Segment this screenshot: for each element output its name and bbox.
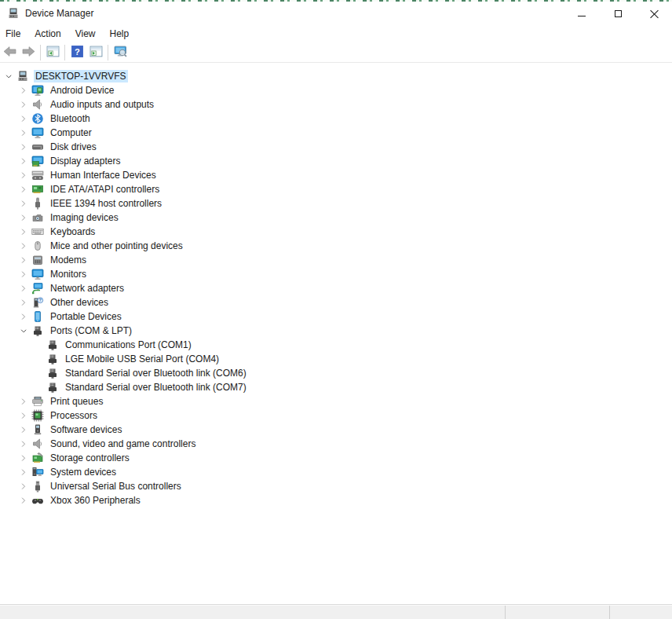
tree-item[interactable]: Android Device bbox=[0, 83, 672, 97]
tree-item-label[interactable]: Monitors bbox=[49, 268, 88, 280]
close-button[interactable] bbox=[636, 2, 672, 25]
tree-item[interactable]: Human Interface Devices bbox=[0, 168, 672, 182]
tree-item[interactable]: Disk drives bbox=[0, 140, 672, 154]
chevron-right-icon[interactable] bbox=[18, 99, 29, 110]
tree-item-label[interactable]: Bluetooth bbox=[49, 112, 92, 125]
tree-item-label[interactable]: Human Interface Devices bbox=[49, 169, 158, 181]
tree-item[interactable]: Processors bbox=[0, 408, 672, 423]
menu-item-action[interactable]: Action bbox=[27, 26, 68, 42]
chevron-right-icon[interactable] bbox=[18, 170, 29, 181]
tree-item[interactable]: Standard Serial over Bluetooth link (COM… bbox=[0, 380, 672, 394]
chevron-right-icon[interactable] bbox=[18, 269, 29, 280]
tree-item-label[interactable]: Software devices bbox=[49, 423, 123, 436]
tree-item-label[interactable]: Modems bbox=[49, 254, 88, 266]
scan-hardware-button[interactable] bbox=[111, 44, 130, 61]
forward-button[interactable] bbox=[19, 44, 38, 61]
tree-item-label[interactable]: Universal Serial Bus controllers bbox=[49, 480, 183, 493]
tree-item[interactable]: Print queues bbox=[0, 394, 672, 408]
chevron-right-icon[interactable] bbox=[18, 452, 29, 463]
tree-item-label[interactable]: Other devices bbox=[49, 296, 110, 309]
tree-item-label[interactable]: Display adapters bbox=[49, 155, 122, 167]
chevron-right-icon[interactable] bbox=[18, 424, 29, 435]
tree-item[interactable]: IDE ATA/ATAPI controllers bbox=[0, 182, 672, 196]
tree-item[interactable]: LGE Mobile USB Serial Port (COM4) bbox=[0, 352, 672, 366]
tree-item[interactable]: Audio inputs and outputs bbox=[0, 97, 672, 112]
tree-item[interactable]: Mice and other pointing devices bbox=[0, 239, 672, 253]
tree-item-label[interactable]: Computer bbox=[49, 126, 93, 139]
tree-item-label[interactable]: DESKTOP-1VVRVFS bbox=[34, 70, 128, 82]
tree-item-label[interactable]: Disk drives bbox=[49, 141, 98, 153]
tree-item-label[interactable]: IDE ATA/ATAPI controllers bbox=[49, 183, 161, 196]
tree-item-label[interactable]: Android Device bbox=[49, 84, 115, 97]
tree-item-label[interactable]: Xbox 360 Peripherals bbox=[49, 494, 142, 507]
tree-item[interactable]: Universal Serial Bus controllers bbox=[0, 479, 672, 493]
back-button[interactable] bbox=[0, 44, 19, 61]
tree-item[interactable]: DESKTOP-1VVRVFS bbox=[0, 69, 672, 83]
help-button[interactable]: ? bbox=[68, 44, 86, 61]
tree-item[interactable]: Imaging devices bbox=[0, 211, 672, 225]
tree-item[interactable]: Computer bbox=[0, 126, 672, 140]
tree-item[interactable]: Monitors bbox=[0, 267, 672, 281]
chevron-down-icon[interactable] bbox=[3, 71, 14, 82]
tree-item-label[interactable]: Print queues bbox=[49, 395, 104, 408]
tree-item[interactable]: Modems bbox=[0, 253, 672, 267]
tree-item-label[interactable]: Standard Serial over Bluetooth link (COM… bbox=[64, 367, 248, 379]
tree-item[interactable]: Keyboards bbox=[0, 225, 672, 239]
menu-item-help[interactable]: Help bbox=[103, 26, 137, 42]
chevron-right-icon[interactable] bbox=[18, 212, 29, 223]
console-tree-button[interactable] bbox=[43, 44, 62, 61]
chevron-right-icon[interactable] bbox=[18, 240, 29, 251]
tree-item[interactable]: Ports (COM & LPT) bbox=[0, 324, 672, 338]
tree-item[interactable]: ?Other devices bbox=[0, 295, 672, 310]
tree-item[interactable]: Bluetooth bbox=[0, 112, 672, 126]
tree-item-label[interactable]: Keyboards bbox=[49, 225, 97, 238]
tree-item[interactable]: Display adapters bbox=[0, 154, 672, 168]
menu-item-view[interactable]: View bbox=[68, 26, 103, 42]
chevron-right-icon[interactable] bbox=[18, 156, 29, 167]
tree-item-label[interactable]: System devices bbox=[49, 466, 118, 478]
tree-item[interactable]: Sound, video and game controllers bbox=[0, 437, 672, 451]
tree-item[interactable]: System devices bbox=[0, 465, 672, 479]
tree-item[interactable]: Portable Devices bbox=[0, 310, 672, 324]
action-pane-button[interactable] bbox=[86, 44, 105, 61]
tree-item[interactable]: Network adapters bbox=[0, 281, 672, 295]
tree-item-label[interactable]: Audio inputs and outputs bbox=[49, 98, 155, 111]
tree-item-label[interactable]: Processors bbox=[49, 409, 99, 422]
tree-item-label[interactable]: Communications Port (COM1) bbox=[64, 339, 193, 351]
chevron-right-icon[interactable] bbox=[18, 438, 29, 449]
tree-item-label[interactable]: LGE Mobile USB Serial Port (COM4) bbox=[64, 353, 221, 365]
chevron-right-icon[interactable] bbox=[18, 467, 29, 478]
chevron-right-icon[interactable] bbox=[18, 396, 29, 407]
chevron-right-icon[interactable] bbox=[18, 481, 29, 492]
tree-item-label[interactable]: Portable Devices bbox=[49, 310, 123, 323]
tree-item[interactable]: Standard Serial over Bluetooth link (COM… bbox=[0, 366, 672, 380]
tree-item[interactable]: Communications Port (COM1) bbox=[0, 338, 672, 352]
tree-item[interactable]: Xbox 360 Peripherals bbox=[0, 493, 672, 507]
tree-item[interactable]: IEEE 1394 host controllers bbox=[0, 196, 672, 211]
tree-item-label[interactable]: Standard Serial over Bluetooth link (COM… bbox=[64, 381, 248, 394]
tree-item-label[interactable]: IEEE 1394 host controllers bbox=[49, 197, 163, 210]
menu-item-file[interactable]: File bbox=[0, 26, 27, 42]
chevron-down-icon[interactable] bbox=[18, 325, 29, 336]
tree-item-label[interactable]: Storage controllers bbox=[49, 452, 131, 464]
chevron-right-icon[interactable] bbox=[18, 113, 29, 124]
tree-item[interactable]: Storage controllers bbox=[0, 451, 672, 465]
tree-item-label[interactable]: Ports (COM & LPT) bbox=[49, 324, 133, 337]
minimize-button[interactable] bbox=[564, 2, 600, 25]
chevron-right-icon[interactable] bbox=[18, 283, 29, 294]
maximize-button[interactable] bbox=[600, 2, 636, 25]
chevron-right-icon[interactable] bbox=[18, 297, 29, 308]
chevron-right-icon[interactable] bbox=[18, 255, 29, 266]
tree-item-label[interactable]: Sound, video and game controllers bbox=[49, 438, 197, 450]
chevron-right-icon[interactable] bbox=[18, 184, 29, 195]
chevron-right-icon[interactable] bbox=[18, 226, 29, 237]
tree-item-label[interactable]: Network adapters bbox=[49, 282, 126, 295]
chevron-right-icon[interactable] bbox=[18, 410, 29, 421]
chevron-right-icon[interactable] bbox=[18, 85, 29, 96]
chevron-right-icon[interactable] bbox=[18, 311, 29, 322]
chevron-right-icon[interactable] bbox=[18, 198, 29, 209]
chevron-right-icon[interactable] bbox=[18, 127, 29, 138]
chevron-right-icon[interactable] bbox=[18, 141, 29, 152]
tree-item-label[interactable]: Mice and other pointing devices bbox=[49, 240, 184, 252]
chevron-right-icon[interactable] bbox=[18, 495, 29, 506]
